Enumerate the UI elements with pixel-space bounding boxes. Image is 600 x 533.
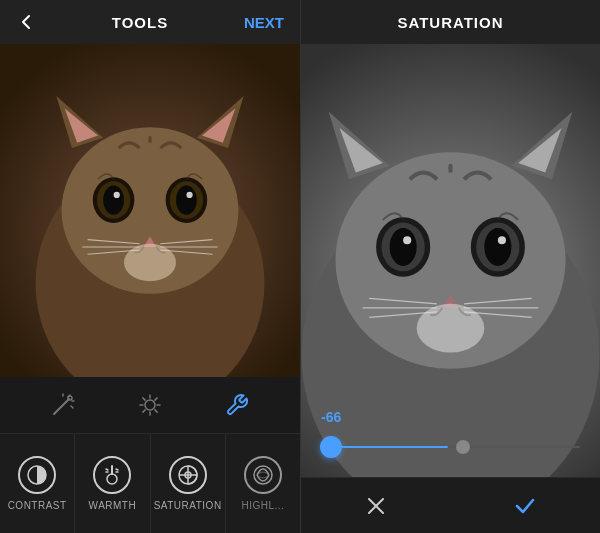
svg-point-65 bbox=[498, 236, 506, 244]
cat-photo-left bbox=[0, 44, 300, 377]
svg-point-22 bbox=[124, 244, 176, 281]
slider-container[interactable] bbox=[321, 433, 580, 461]
svg-point-63 bbox=[484, 228, 511, 266]
svg-point-11 bbox=[103, 186, 124, 215]
bottom-tools: CONTRAST WARMTH bbox=[0, 433, 300, 533]
highlights-tool-item[interactable]: HIGHL... bbox=[226, 434, 300, 533]
slider-thumb[interactable] bbox=[320, 436, 342, 458]
svg-line-23 bbox=[54, 402, 66, 414]
slider-track bbox=[321, 446, 580, 448]
slider-overlay: -66 bbox=[301, 399, 600, 477]
svg-line-45 bbox=[116, 469, 118, 470]
svg-line-29 bbox=[71, 406, 73, 408]
left-panel: TOOLS NEXT bbox=[0, 0, 300, 533]
contrast-label: CONTRAST bbox=[8, 500, 67, 511]
slider-thumb-end bbox=[456, 440, 470, 454]
slider-value: -66 bbox=[321, 409, 580, 425]
left-photo-area bbox=[0, 44, 300, 377]
confirm-button[interactable] bbox=[503, 484, 547, 528]
contrast-icon bbox=[18, 456, 56, 494]
tools-title: TOOLS bbox=[112, 14, 168, 31]
svg-line-44 bbox=[106, 469, 108, 470]
tools-bar bbox=[0, 377, 300, 433]
svg-line-38 bbox=[143, 410, 145, 412]
next-button[interactable]: NEXT bbox=[244, 14, 284, 31]
highlights-icon bbox=[244, 456, 282, 494]
svg-point-64 bbox=[403, 236, 411, 244]
svg-point-41 bbox=[107, 474, 117, 484]
slider-fill bbox=[331, 446, 448, 448]
saturation-tool-item[interactable]: SATURATION bbox=[151, 434, 226, 533]
adjust-tool-button[interactable] bbox=[219, 387, 255, 423]
highlights-label: HIGHL... bbox=[241, 500, 284, 511]
warmth-label: WARMTH bbox=[89, 500, 137, 511]
back-button[interactable] bbox=[16, 12, 36, 32]
right-actions bbox=[301, 477, 600, 533]
warmth-tool-item[interactable]: WARMTH bbox=[75, 434, 150, 533]
svg-point-14 bbox=[186, 192, 192, 198]
svg-point-12 bbox=[176, 186, 197, 215]
warmth-icon bbox=[93, 456, 131, 494]
left-header: TOOLS NEXT bbox=[0, 0, 300, 44]
wand-tool-button[interactable] bbox=[45, 387, 81, 423]
svg-line-36 bbox=[155, 410, 157, 412]
svg-line-35 bbox=[143, 398, 145, 400]
right-panel: SATURATION bbox=[300, 0, 600, 533]
cancel-button[interactable] bbox=[354, 484, 398, 528]
svg-point-62 bbox=[390, 228, 417, 266]
brightness-tool-button[interactable] bbox=[132, 387, 168, 423]
svg-point-73 bbox=[417, 304, 485, 353]
svg-point-30 bbox=[145, 400, 155, 410]
saturation-title: SATURATION bbox=[397, 14, 503, 31]
right-header: SATURATION bbox=[301, 0, 600, 44]
svg-point-13 bbox=[114, 192, 120, 198]
contrast-tool-item[interactable]: CONTRAST bbox=[0, 434, 75, 533]
right-photo-area: -66 bbox=[301, 44, 600, 477]
saturation-icon bbox=[169, 456, 207, 494]
svg-line-37 bbox=[155, 398, 157, 400]
saturation-label: SATURATION bbox=[154, 500, 222, 511]
